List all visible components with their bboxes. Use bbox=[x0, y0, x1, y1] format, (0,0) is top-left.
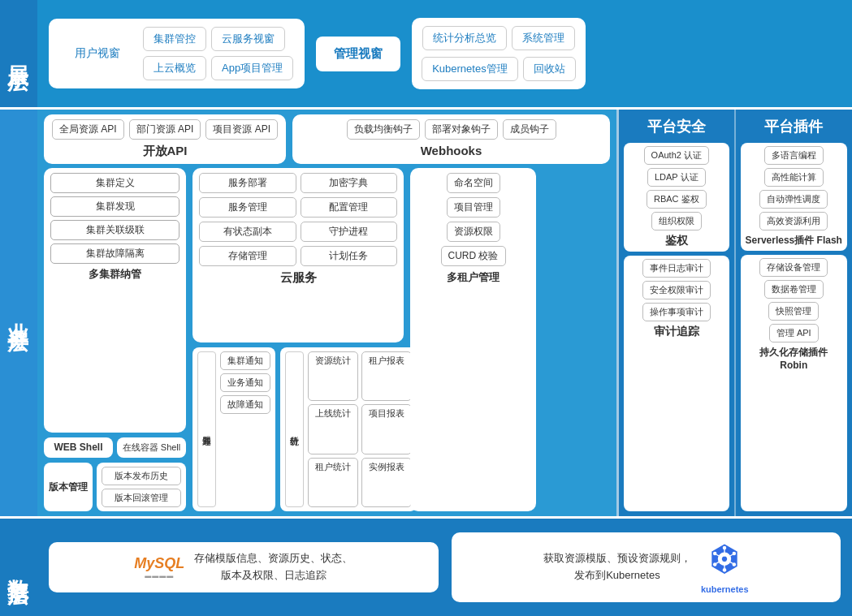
version-history-item[interactable]: 版本发布历史 bbox=[102, 467, 181, 485]
proj-report-item[interactable]: 项目报表 bbox=[361, 404, 412, 454]
svg-point-2 bbox=[722, 557, 727, 562]
cloud-grid: 服务部署 加密字典 服务管理 配置管理 bbox=[199, 173, 397, 266]
oauth2-item[interactable]: OAuth2 认证 bbox=[644, 146, 709, 165]
security-audit-item[interactable]: 安全权限审计 bbox=[642, 281, 711, 299]
display-row1: 集群管控 云服务视窗 bbox=[143, 27, 293, 51]
cloud-services-title: 云服务 bbox=[280, 270, 317, 286]
display-right-group: 统计分析总览 系统管理 Kubernetes管理 回收站 bbox=[412, 18, 586, 89]
version-row: 版本管理 版本发布历史 版本回滚管理 bbox=[44, 463, 186, 511]
cluster-isolate-item[interactable]: 集群故障隔离 bbox=[50, 243, 179, 264]
org-perm-item[interactable]: 组织权限 bbox=[651, 212, 702, 230]
k8s-label: kubernetes bbox=[701, 584, 749, 594]
svc-deploy-item[interactable]: 服务部署 bbox=[199, 173, 296, 193]
svg-point-13 bbox=[713, 562, 717, 566]
global-api-item[interactable]: 全局资源 API bbox=[52, 119, 124, 140]
app-project-box[interactable]: App项目管理 bbox=[211, 56, 293, 80]
system-manage-box[interactable]: 系统管理 bbox=[512, 26, 575, 50]
proj-api-item[interactable]: 项目资源 API bbox=[205, 119, 278, 140]
recycle-box[interactable]: 回收站 bbox=[523, 57, 576, 81]
ldap-item[interactable]: LDAP 认证 bbox=[647, 168, 706, 187]
resource-perm-item[interactable]: 资源权限 bbox=[447, 222, 500, 242]
k8s-manage-box[interactable]: Kubernetes管理 bbox=[422, 57, 518, 81]
display-right-row2: Kubernetes管理 回收站 bbox=[422, 57, 576, 81]
multilang-item[interactable]: 多语言编程 bbox=[764, 146, 824, 165]
version-history-box: 版本发布历史 版本回滚管理 bbox=[97, 463, 186, 511]
data-vol-item[interactable]: 数据卷管理 bbox=[764, 280, 824, 299]
version-rollback-item[interactable]: 版本回滚管理 bbox=[102, 489, 181, 507]
fault-notify-item[interactable]: 故障通知 bbox=[220, 395, 270, 414]
webhooks-box: 负载均衡钩子 部署对象钩子 成员钩子 Webhooks bbox=[292, 114, 610, 164]
cloud-view-box[interactable]: 云服务视窗 bbox=[211, 27, 285, 51]
user-window-box[interactable]: 用户视窗 bbox=[60, 40, 135, 67]
cluster-control-box[interactable]: 集群管控 bbox=[143, 27, 206, 51]
left-column: 集群定义 集群发现 集群关联级联 集群故障隔离 多集群纳管 bbox=[44, 168, 186, 511]
resource-stat-item[interactable]: 资源统计 bbox=[308, 351, 358, 402]
user-window-label: 用户视窗 bbox=[75, 46, 120, 61]
online-shell-box[interactable]: 在线容器 Shell bbox=[117, 437, 186, 458]
storage-device-item[interactable]: 存储设备管理 bbox=[759, 258, 828, 277]
instance-report-item[interactable]: 实例报表 bbox=[361, 458, 412, 508]
stateful-item[interactable]: 有状态副本 bbox=[199, 222, 296, 242]
high-perf-item[interactable]: 高性能计算 bbox=[764, 168, 824, 187]
platform-plugin-panel: 平台插件 多语言编程 高性能计算 自动弹性调度 高效资源利用 Serverles… bbox=[736, 110, 852, 516]
display-layer-content: 用户视窗 集群管控 云服务视窗 上云概览 bbox=[37, 0, 852, 107]
open-api-title: 开放API bbox=[143, 144, 188, 159]
tenant-stat-item[interactable]: 租户统计 bbox=[308, 458, 358, 508]
business-content-area: 全局资源 API 部门资源 API 项目资源 API 开放API bbox=[37, 110, 616, 516]
k8s-icon: kubernetes bbox=[701, 541, 749, 594]
secret-item[interactable]: 加密字典 bbox=[301, 173, 398, 193]
auth-section-title: 鉴权 bbox=[665, 234, 688, 248]
mysql-data-box: MySQL ▬▬▬▬ 存储模版信息、资源历史、状态、 版本及权限、日志追踪 bbox=[49, 542, 439, 592]
manage-window-box[interactable]: 管理视窗 bbox=[316, 37, 400, 71]
manage-api-item[interactable]: 管理 API bbox=[769, 324, 819, 342]
lb-hook-item[interactable]: 负载均衡钩子 bbox=[347, 119, 420, 140]
rbac-item[interactable]: RBAC 鉴权 bbox=[647, 190, 707, 209]
cluster-define-item[interactable]: 集群定义 bbox=[50, 173, 179, 193]
cluster-link-item[interactable]: 集群关联级联 bbox=[50, 220, 179, 240]
namespace-item[interactable]: 命名空间 bbox=[447, 173, 500, 193]
version-manage-box[interactable]: 版本管理 bbox=[44, 463, 93, 511]
auto-elastic-item[interactable]: 自动弹性调度 bbox=[759, 190, 828, 209]
api-items-row: 全局资源 API 部门资源 API 项目资源 API bbox=[52, 119, 278, 140]
multitenant-column: 命名空间 项目管理 资源权限 CURD 校验 多租户管理 bbox=[410, 168, 536, 511]
config-manage-item[interactable]: 配置管理 bbox=[301, 197, 398, 218]
web-shell-box[interactable]: WEB Shell bbox=[44, 437, 113, 458]
audit-box: 事件日志审计 安全权限审计 操作事项审计 审计追踪 bbox=[624, 256, 729, 511]
event-log-item[interactable]: 事件日志审计 bbox=[642, 259, 711, 278]
serverless-box: 多语言编程 高性能计算 自动弹性调度 高效资源利用 Serverless插件 F… bbox=[741, 143, 847, 251]
ops-audit-item[interactable]: 操作事项审计 bbox=[642, 303, 711, 321]
shell-row: WEB Shell 在线容器 Shell bbox=[44, 437, 186, 458]
curd-item[interactable]: CURD 校验 bbox=[441, 246, 506, 266]
cloud-overview-box[interactable]: 上云概览 bbox=[143, 56, 206, 80]
notify-label: 通知服务 bbox=[197, 351, 216, 508]
member-hook-item[interactable]: 成员钩子 bbox=[503, 119, 556, 140]
tenant-report-item[interactable]: 租户报表 bbox=[361, 351, 412, 402]
proj-manage-item[interactable]: 项目管理 bbox=[447, 197, 500, 218]
stat-overview-box[interactable]: 统计分析总览 bbox=[422, 26, 507, 50]
business-layer-label: 业务层 bbox=[1, 306, 37, 321]
multitenant-box: 命名空间 项目管理 资源权限 CURD 校验 多租户管理 bbox=[410, 168, 536, 511]
business-main-row: 集群定义 集群发现 集群关联级联 集群故障隔离 多集群纳管 bbox=[44, 168, 610, 511]
display-right-row1: 统计分析总览 系统管理 bbox=[422, 26, 575, 50]
display-row2: 上云概览 App项目管理 bbox=[143, 56, 293, 80]
platform-security-panel: 平台安全 OAuth2 认证 LDAP 认证 RBAC 鉴权 组织权限 鉴权 bbox=[619, 110, 736, 516]
svc-manage-item[interactable]: 服务管理 bbox=[199, 197, 296, 218]
cluster-discover-item[interactable]: 集群发现 bbox=[50, 196, 179, 217]
snapshot-item[interactable]: 快照管理 bbox=[768, 302, 819, 321]
deploy-hook-item[interactable]: 部署对象钩子 bbox=[425, 119, 498, 140]
cluster-notify-item[interactable]: 集群通知 bbox=[220, 351, 270, 370]
online-stat-item[interactable]: 上线统计 bbox=[308, 404, 358, 454]
data-layer-label-col: 数据层 bbox=[0, 519, 37, 616]
daemon-item[interactable]: 守护进程 bbox=[301, 222, 398, 242]
biz-notify-item[interactable]: 业务通知 bbox=[220, 373, 270, 392]
storage-manage-item[interactable]: 存储管理 bbox=[199, 246, 296, 266]
mysql-data-text: 存储模版信息、资源历史、状态、 版本及权限、日志追踪 bbox=[194, 550, 352, 584]
stat-grid: 资源统计 租户报表 上线统计 项目报表 bbox=[308, 351, 412, 508]
efficient-res-item[interactable]: 高效资源利用 bbox=[759, 212, 828, 230]
cronjob-item[interactable]: 计划任务 bbox=[301, 246, 398, 266]
display-left-group: 用户视窗 集群管控 云服务视窗 上云概览 bbox=[49, 19, 305, 88]
svg-point-9 bbox=[723, 546, 727, 550]
business-layer-label-col: 业务层 bbox=[0, 110, 37, 516]
svg-point-14 bbox=[733, 562, 737, 566]
dept-api-item[interactable]: 部门资源 API bbox=[129, 119, 201, 140]
